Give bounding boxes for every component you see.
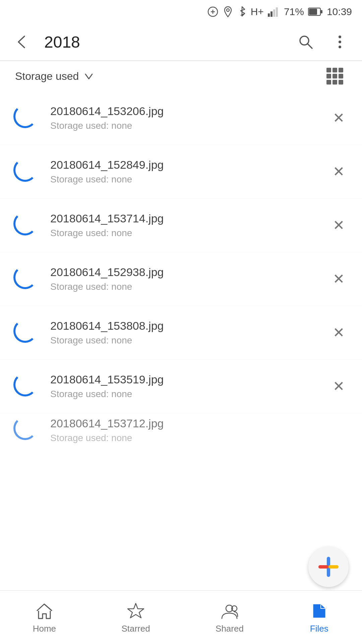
svg-rect-6 — [270, 11, 273, 17]
file-info: 20180614_153808.jpg Storage used: none — [50, 319, 318, 346]
shared-icon — [220, 601, 240, 621]
location-icon — [223, 6, 233, 17]
app-bar: 2018 — [0, 23, 362, 60]
loading-spinner — [13, 266, 40, 292]
file-name: 20180614_153206.jpg — [50, 105, 318, 118]
svg-rect-7 — [273, 9, 275, 17]
close-x-icon: ✕ — [333, 165, 345, 179]
loading-spinner — [13, 373, 40, 400]
more-options-button[interactable] — [328, 30, 352, 54]
file-name: 20180614_152938.jpg — [50, 266, 318, 279]
status-icons: H+ 71% 10:39 — [207, 6, 352, 17]
loading-spinner — [13, 319, 40, 346]
remove-button[interactable]: ✕ — [328, 162, 349, 182]
nav-starred-label: Starred — [121, 624, 150, 634]
file-info: 20180614_153712.jpg Storage used: none — [50, 417, 318, 443]
bottom-nav: Home Starred Shared Fil — [0, 590, 362, 644]
battery-percent: 71% — [284, 6, 304, 17]
home-icon — [34, 601, 54, 621]
file-name: 20180614_153714.jpg — [50, 212, 318, 225]
svg-point-14 — [339, 36, 341, 38]
loading-spinner — [13, 417, 40, 443]
nav-shared[interactable]: Shared — [205, 597, 254, 637]
close-x-icon: ✕ — [333, 379, 345, 393]
file-list: 20180614_153206.jpg Storage used: none ✕… — [0, 91, 362, 447]
status-bar: H+ 71% 10:39 — [0, 0, 362, 23]
file-name: 20180614_153519.jpg — [50, 373, 318, 386]
starred-icon — [126, 601, 146, 621]
svg-point-3 — [227, 9, 229, 11]
file-info: 20180614_153519.jpg Storage used: none — [50, 373, 318, 399]
file-meta: Storage used: none — [50, 174, 318, 185]
grid-view-button[interactable] — [323, 64, 347, 88]
file-name: 20180614_152849.jpg — [50, 158, 318, 171]
file-meta: Storage used: none — [50, 335, 318, 346]
file-info: 20180614_152849.jpg Storage used: none — [50, 158, 318, 185]
search-button[interactable] — [294, 30, 318, 54]
fab-add-button[interactable] — [308, 547, 349, 587]
remove-button[interactable]: ✕ — [328, 108, 349, 128]
list-item[interactable]: 20180614_153206.jpg Storage used: none ✕ — [0, 91, 362, 145]
sort-bar: Storage used — [0, 61, 362, 91]
list-item[interactable]: 20180614_153808.jpg Storage used: none ✕ — [0, 306, 362, 360]
grid-icon — [326, 68, 343, 85]
list-item[interactable]: 20180614_152849.jpg Storage used: none ✕ — [0, 145, 362, 199]
nav-shared-label: Shared — [216, 624, 244, 634]
file-meta: Storage used: none — [50, 433, 318, 443]
remove-button[interactable]: ✕ — [328, 269, 349, 289]
nav-files[interactable]: Files — [299, 597, 339, 637]
close-x-icon: ✕ — [333, 326, 345, 340]
file-info: 20180614_153206.jpg Storage used: none — [50, 105, 318, 131]
close-x-icon: ✕ — [333, 272, 345, 286]
nav-files-label: Files — [310, 624, 328, 634]
file-meta: Storage used: none — [50, 120, 318, 131]
fab-plus-icon — [317, 555, 340, 579]
svg-line-13 — [307, 44, 312, 48]
file-meta: Storage used: none — [50, 228, 318, 238]
files-icon — [309, 601, 329, 621]
sort-label-text: Storage used — [15, 70, 79, 83]
bluetooth-icon — [237, 6, 247, 17]
loading-spinner — [13, 158, 40, 185]
sort-direction-icon — [83, 71, 94, 82]
nav-home[interactable]: Home — [23, 597, 66, 637]
close-x-icon: ✕ — [333, 111, 345, 125]
list-item[interactable]: 20180614_153714.jpg Storage used: none ✕ — [0, 199, 362, 252]
page-title: 2018 — [44, 33, 284, 51]
circle-plus-icon — [207, 6, 219, 17]
svg-rect-10 — [321, 10, 322, 13]
clock: 10:39 — [327, 6, 352, 17]
nav-starred[interactable]: Starred — [111, 597, 160, 637]
svg-rect-8 — [276, 7, 278, 17]
file-info: 20180614_152938.jpg Storage used: none — [50, 266, 318, 292]
loading-spinner — [13, 212, 40, 239]
list-item[interactable]: 20180614_153712.jpg Storage used: none — [0, 413, 362, 447]
list-item[interactable]: 20180614_153519.jpg Storage used: none ✕ — [0, 360, 362, 413]
battery-icon — [308, 7, 323, 17]
file-info: 20180614_153714.jpg Storage used: none — [50, 212, 318, 238]
svg-point-16 — [339, 46, 341, 48]
signal-bars-icon — [268, 6, 280, 17]
remove-button[interactable]: ✕ — [328, 215, 349, 235]
loading-spinner — [13, 105, 40, 131]
file-name: 20180614_153712.jpg — [50, 417, 318, 430]
back-button[interactable] — [10, 30, 34, 54]
file-name: 20180614_153808.jpg — [50, 319, 318, 332]
close-x-icon: ✕ — [333, 218, 345, 232]
file-meta: Storage used: none — [50, 389, 318, 399]
svg-point-15 — [339, 41, 341, 43]
svg-rect-11 — [309, 9, 317, 15]
list-item[interactable]: 20180614_152938.jpg Storage used: none ✕ — [0, 252, 362, 306]
svg-rect-5 — [268, 13, 270, 17]
sort-button[interactable]: Storage used — [15, 70, 94, 83]
remove-button[interactable]: ✕ — [328, 323, 349, 343]
file-meta: Storage used: none — [50, 281, 318, 292]
signal-type: H+ — [251, 6, 264, 17]
remove-button[interactable]: ✕ — [328, 376, 349, 396]
nav-home-label: Home — [33, 624, 56, 634]
